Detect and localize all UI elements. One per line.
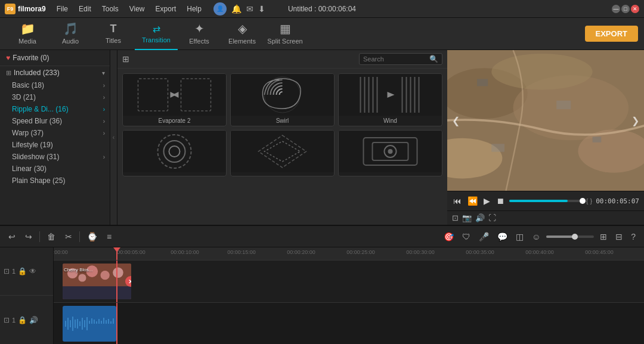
video-track-label: 1 xyxy=(12,268,16,275)
zoom-slider[interactable] xyxy=(546,235,594,238)
transition-card-evaporate2[interactable]: Evaporate 2 xyxy=(122,73,227,126)
section-basic[interactable]: Basic (18) › xyxy=(0,79,110,91)
progress-bar[interactable] xyxy=(509,200,583,202)
menu-tools[interactable]: Tools xyxy=(97,4,123,14)
section-included[interactable]: ⊞ Included (233) ▾ xyxy=(0,66,110,79)
section-ripple[interactable]: Ripple & Di... (16) › xyxy=(0,103,110,115)
app-logo: F9 filmora9 xyxy=(5,4,46,14)
center-toolbar: ⊞ 🔍 xyxy=(117,50,447,69)
tool-media[interactable]: 📁 Media xyxy=(6,18,49,50)
close-button[interactable]: ✕ xyxy=(631,5,639,13)
delete-button[interactable]: 🗑 xyxy=(45,231,58,243)
split-layout-button[interactable]: ⊟ xyxy=(613,231,625,243)
pip-button[interactable]: ⊡ xyxy=(452,213,459,222)
voice-button[interactable]: 🎤 xyxy=(476,231,491,243)
transition-preview-hex xyxy=(123,131,226,172)
export-button[interactable]: EXPORT xyxy=(585,26,638,42)
audio-clip[interactable] xyxy=(63,306,116,342)
minimize-button[interactable]: — xyxy=(612,5,620,13)
favorite-header[interactable]: ♥ Favorite (0) xyxy=(0,50,110,66)
emoji-button[interactable]: ☺ xyxy=(530,231,543,243)
wind-svg xyxy=(339,74,442,116)
video-clip[interactable]: Cherry Blos... ✕ xyxy=(63,264,131,299)
grid-view-icon[interactable]: ⊞ xyxy=(122,54,129,64)
transition-label-target xyxy=(388,172,393,176)
left-panel: ♥ Favorite (0) ⊞ Included (233) ▾ Basic … xyxy=(0,50,110,225)
download-icon[interactable]: ⬇ xyxy=(258,4,265,14)
stabilize-button[interactable]: ◫ xyxy=(513,231,526,243)
fit-button[interactable]: ⊞ xyxy=(597,231,609,243)
tool-transition[interactable]: ⇄ Transition xyxy=(135,18,178,50)
eye-icon[interactable]: 👁 xyxy=(29,267,36,275)
header-right-icons: 👤 🔔 ✉ ⬇ xyxy=(213,2,265,16)
volume-button[interactable]: 🔊 xyxy=(475,213,485,222)
hex-svg xyxy=(123,131,226,172)
transition-card-diamond[interactable] xyxy=(230,130,335,176)
section-3d[interactable]: 3D (21) › xyxy=(0,91,110,103)
tool-audio[interactable]: 🎵 Audio xyxy=(49,18,92,50)
close-icon: ✕ xyxy=(128,278,131,285)
audio-track-playhead xyxy=(116,303,117,344)
lock-icon[interactable]: 🔒 xyxy=(18,267,27,275)
rewind-button[interactable]: ⏮ xyxy=(452,195,463,207)
svg-point-16 xyxy=(158,135,191,168)
stop-button[interactable]: ⏹ xyxy=(495,195,506,207)
transition-preview-diamond xyxy=(231,131,334,172)
subtitle-button[interactable]: 💬 xyxy=(495,231,510,243)
section-plainshape[interactable]: Plain Shape (25) xyxy=(0,175,110,187)
audio-mute-icon[interactable]: 🔊 xyxy=(29,316,38,324)
undo-button[interactable]: ↩ xyxy=(6,231,18,243)
audio-mix-button[interactable]: ≡ xyxy=(104,231,114,243)
search-icon: 🔍 xyxy=(429,55,438,63)
tool-effects[interactable]: ✦ Effects xyxy=(178,18,221,50)
notification-icon[interactable]: 🔔 xyxy=(231,4,242,14)
tool-elements[interactable]: ◈ Elements xyxy=(221,18,264,50)
motion-track-button[interactable]: 🎯 xyxy=(441,231,456,243)
tool-titles[interactable]: T Titles xyxy=(92,18,135,50)
svg-rect-1 xyxy=(181,79,211,111)
snapshot-button[interactable]: 📷 xyxy=(462,213,472,222)
audio-track-row xyxy=(54,303,644,344)
preview-nav-left[interactable]: ❮ xyxy=(452,115,460,126)
search-box[interactable]: 🔍 xyxy=(359,53,442,65)
svg-point-18 xyxy=(169,146,180,157)
maximize-button[interactable]: □ xyxy=(621,5,630,13)
transition-card-target[interactable] xyxy=(338,130,442,176)
help-button[interactable]: ? xyxy=(628,231,638,243)
audio-lock-icon[interactable]: 🔒 xyxy=(18,316,27,324)
section-lifestyle[interactable]: Lifestyle (19) xyxy=(0,139,110,151)
panel-collapse-btn[interactable]: ‹ xyxy=(110,50,117,225)
fullscreen-button[interactable]: ⛶ xyxy=(488,213,496,222)
step-back-button[interactable]: ⏪ xyxy=(466,195,479,207)
menu-view[interactable]: View xyxy=(125,4,150,14)
mail-icon[interactable]: ✉ xyxy=(246,4,253,14)
preview-nav-right[interactable]: ❯ xyxy=(631,115,639,126)
menu-edit[interactable]: Edit xyxy=(74,4,96,14)
play-button[interactable]: ▶ xyxy=(482,195,491,207)
progress-thumb xyxy=(580,198,586,204)
transition-label-swirl: Swirl xyxy=(274,116,292,126)
section-warp[interactable]: Warp (37) › xyxy=(0,127,110,139)
tool-splitscreen[interactable]: ▦ Split Screen xyxy=(264,18,306,50)
menu-file[interactable]: File xyxy=(52,4,73,14)
transition-card-swirl[interactable]: Swirl xyxy=(230,73,335,126)
app-name: filmora9 xyxy=(18,5,46,13)
scissors-button[interactable]: ✂ xyxy=(63,231,75,243)
chevron-basic: › xyxy=(103,82,105,89)
menu-export[interactable]: Export xyxy=(151,4,181,14)
timeline-ruler: 00:00:00:00 00:00:05:00 00:00:10:00 00:0… xyxy=(54,247,644,261)
transition-preview-target xyxy=(339,131,442,172)
search-input[interactable] xyxy=(363,55,427,63)
keyframe-button[interactable]: ⌚ xyxy=(85,231,100,243)
section-slideshow[interactable]: Slideshow (31) › xyxy=(0,151,110,163)
user-avatar[interactable]: 👤 xyxy=(213,2,227,16)
section-linear[interactable]: Linear (30) xyxy=(0,163,110,175)
green-screen-button[interactable]: 🛡 xyxy=(460,231,473,243)
redo-button[interactable]: ↪ xyxy=(23,231,35,243)
menu-help[interactable]: Help xyxy=(182,4,206,14)
window-title: Untitled : 00:00:06:04 xyxy=(288,5,356,13)
svg-point-24 xyxy=(388,149,393,154)
transition-card-hex[interactable] xyxy=(122,130,227,176)
transition-card-wind[interactable]: Wind xyxy=(338,73,442,126)
section-speedblur[interactable]: Speed Blur (36) › xyxy=(0,115,110,127)
